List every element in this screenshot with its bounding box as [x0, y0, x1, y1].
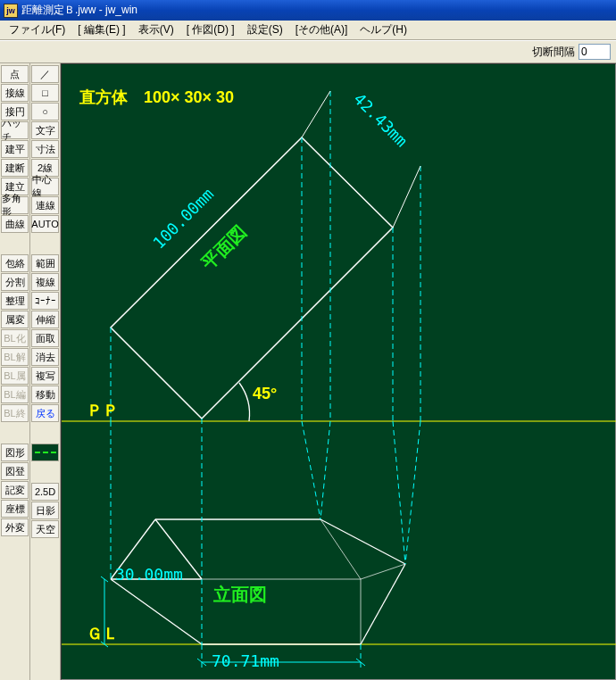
tool-伸縮[interactable]: 伸縮: [31, 311, 59, 328]
option-bar: 切断間隔: [0, 40, 616, 63]
tool-建断[interactable]: 建断: [1, 159, 29, 177]
tool-ハッチ[interactable]: ハッチ: [1, 121, 29, 139]
pp-label: ＰＰ: [87, 400, 119, 421]
tool-2.5D[interactable]: 2.5D: [31, 483, 59, 501]
drawing-svg: 100.00mm 42.43mm: [62, 64, 616, 680]
dim-70: 70.71mm: [212, 651, 279, 670]
menu-file[interactable]: ファイル(F): [4, 21, 71, 39]
toolbar-left: 点接線接円ハッチ建平建断建立多角形曲線包絡分割整理属変BL化BL解BL属BL編B…: [0, 63, 30, 680]
svg-line-9: [393, 166, 420, 228]
tool-外変[interactable]: 外変: [1, 518, 29, 536]
tool-接線[interactable]: 接線: [1, 84, 29, 102]
tool-分割[interactable]: 分割: [1, 273, 29, 291]
tool-□[interactable]: □: [31, 84, 59, 102]
tool-曲線[interactable]: 曲線: [1, 215, 29, 233]
solid-title: 直方体 100× 30× 30: [79, 87, 234, 108]
toolbar-right: ／□○文字寸法2線中心線連線AUTO範囲複線ｺｰﾅｰ伸縮面取消去複写移動戻る2.…: [30, 63, 61, 680]
elevation-label: 立面図: [213, 583, 267, 607]
menubar: ファイル(F) [ 編集(E) ] 表示(V) [ 作図(D) ] 設定(S) …: [0, 21, 616, 40]
svg-line-28: [393, 421, 405, 564]
menu-draw[interactable]: [ 作図(D) ]: [181, 21, 240, 39]
tool-範囲[interactable]: 範囲: [31, 254, 59, 272]
menu-help[interactable]: ヘルプ(H): [354, 21, 412, 39]
tool-記変[interactable]: 記変: [1, 481, 29, 499]
tool-／[interactable]: ／: [31, 65, 59, 83]
tool-図登[interactable]: 図登: [1, 462, 29, 480]
tool-BL解[interactable]: BL解: [1, 348, 29, 366]
drawing-canvas[interactable]: 100.00mm 42.43mm: [61, 63, 616, 680]
svg-marker-2: [111, 137, 393, 419]
svg-line-27: [320, 421, 330, 519]
tool-建平[interactable]: 建平: [1, 140, 29, 158]
tool-図形[interactable]: 図形: [1, 444, 29, 461]
svg-line-26: [302, 421, 320, 519]
tool-中心線[interactable]: 中心線: [31, 178, 59, 195]
menu-view[interactable]: 表示(V): [133, 21, 179, 39]
tool-消去[interactable]: 消去: [31, 348, 59, 366]
svg-line-21: [320, 519, 361, 579]
tool-BL化[interactable]: BL化: [1, 329, 29, 347]
tool-文字[interactable]: 文字: [31, 121, 59, 139]
tool-座標[interactable]: 座標: [1, 500, 29, 518]
tool-戻る[interactable]: 戻る: [31, 404, 59, 422]
tool-整理[interactable]: 整理: [1, 292, 29, 310]
svg-line-20: [361, 564, 405, 644]
tool-○[interactable]: ○: [31, 103, 59, 120]
svg-text:42.43mm: 42.43mm: [350, 89, 411, 150]
app-icon: jw: [4, 4, 18, 18]
tool-BL編[interactable]: BL編: [1, 386, 29, 403]
svg-line-8: [302, 91, 330, 137]
menu-settings[interactable]: 設定(S): [242, 21, 288, 39]
cut-interval-label: 切断間隔: [532, 45, 575, 60]
svg-line-29: [405, 421, 420, 564]
tool-属変[interactable]: 属変: [1, 311, 29, 328]
menu-edit[interactable]: [ 編集(E) ]: [72, 21, 130, 39]
tool-面取[interactable]: 面取: [31, 329, 59, 347]
tool-連線[interactable]: 連線: [31, 196, 59, 214]
svg-text:100.00mm: 100.00mm: [149, 185, 217, 253]
tool-複線[interactable]: 複線: [31, 273, 59, 291]
linetype-swatch[interactable]: [31, 444, 59, 461]
tool-天空[interactable]: 天空: [31, 520, 59, 538]
angle-label: 45°: [253, 385, 277, 403]
tool-BL終[interactable]: BL終: [1, 404, 29, 422]
dim-30: 30.00mm: [115, 565, 183, 584]
tool-日影[interactable]: 日影: [31, 502, 59, 519]
window-title: 距離測定Ｂ.jww - jw_win: [21, 3, 137, 18]
gl-label: ＧＬ: [87, 623, 119, 644]
tool-BL属[interactable]: BL属: [1, 367, 29, 385]
tool-寸法[interactable]: 寸法: [31, 140, 59, 158]
tool-多角形[interactable]: 多角形: [1, 196, 29, 214]
tool-移動[interactable]: 移動: [31, 386, 59, 403]
menu-other[interactable]: [その他(A)]: [290, 21, 354, 39]
tool-AUTO[interactable]: AUTO: [31, 215, 59, 233]
tool-点[interactable]: 点: [1, 65, 29, 83]
cut-interval-input[interactable]: [579, 44, 611, 60]
svg-line-12: [111, 579, 202, 644]
titlebar: jw 距離測定Ｂ.jww - jw_win: [0, 0, 616, 21]
svg-line-19: [320, 519, 405, 564]
tool-複写[interactable]: 複写: [31, 367, 59, 385]
tool-ｺｰﾅｰ[interactable]: ｺｰﾅｰ: [31, 292, 59, 310]
tool-包絡[interactable]: 包絡: [1, 254, 29, 272]
